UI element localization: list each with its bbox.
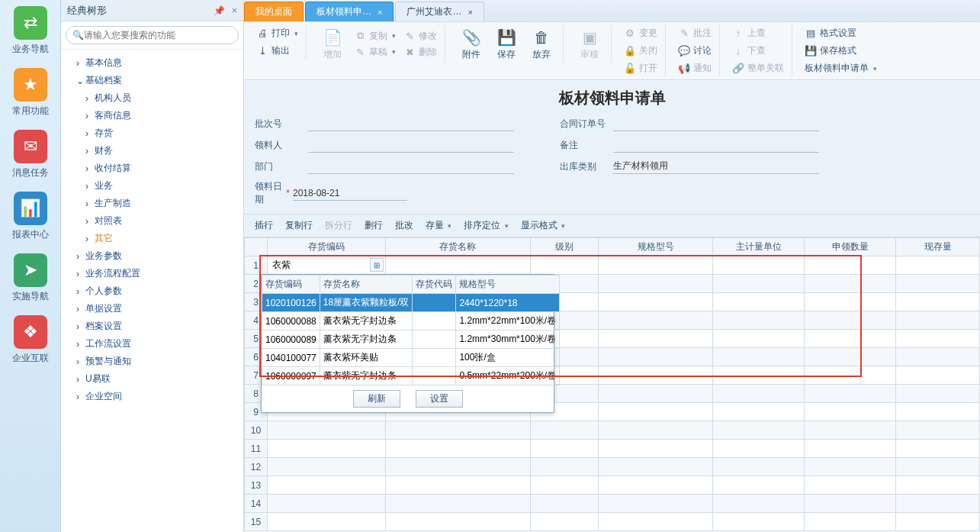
tree-node[interactable]: ›生产制造 xyxy=(85,195,240,212)
table-row[interactable]: 11 xyxy=(245,440,980,458)
input-contract[interactable] xyxy=(613,116,819,131)
up-button[interactable]: ↑上查 xyxy=(729,25,787,41)
grid-cell[interactable] xyxy=(599,440,713,458)
grid-cell[interactable] xyxy=(805,275,896,293)
grid-cell[interactable] xyxy=(713,513,805,531)
tree-search-input[interactable] xyxy=(84,30,232,40)
grid-cell[interactable] xyxy=(530,495,599,513)
split-row-button[interactable]: 拆分行 xyxy=(325,219,352,232)
display-button[interactable]: 显示格式 ▾ xyxy=(521,219,565,232)
grid-cell[interactable] xyxy=(896,403,980,421)
tree-node[interactable]: ›U易联 xyxy=(76,370,240,388)
inventory-code-input[interactable] xyxy=(271,258,382,273)
close-icon[interactable]: × xyxy=(232,5,237,16)
tree-node[interactable]: ›企业空间 xyxy=(76,388,240,405)
grid-cell[interactable] xyxy=(805,256,896,275)
tab[interactable]: 板材领料申…× xyxy=(305,2,394,21)
grid-cell[interactable] xyxy=(599,421,713,440)
attach-button[interactable]: 📎附件 xyxy=(455,25,488,63)
grid-cell[interactable] xyxy=(805,348,896,366)
grid-cell[interactable] xyxy=(267,421,385,440)
tree-node[interactable]: ›对照表 xyxy=(85,212,240,230)
grid-cell[interactable] xyxy=(267,513,385,531)
grid-cell[interactable] xyxy=(713,495,805,513)
grid-cell[interactable] xyxy=(896,476,980,495)
grid-cell[interactable] xyxy=(896,440,980,458)
grid-cell[interactable] xyxy=(267,476,385,495)
grid-cell[interactable] xyxy=(599,366,713,385)
batch-button[interactable]: 批改 xyxy=(395,219,413,232)
refresh-button[interactable]: 刷新 xyxy=(353,390,400,408)
grid-cell[interactable] xyxy=(805,440,896,458)
grid-cell[interactable] xyxy=(385,476,530,495)
grid-cell[interactable] xyxy=(713,366,805,385)
lookup-row[interactable]: 1060000088薰衣紫无字封边条1.2mm*22mm*100米/卷 xyxy=(262,312,560,330)
save-format-button[interactable]: 💾保存格式 xyxy=(802,43,880,59)
close-icon[interactable]: × xyxy=(468,8,472,17)
discard-button[interactable]: 🗑放弃 xyxy=(525,25,558,63)
grid-cell[interactable] xyxy=(896,385,980,403)
grid-cell[interactable] xyxy=(599,311,713,330)
grid-cell[interactable] xyxy=(385,256,530,275)
lookup-table[interactable]: 存货编码存货名称存货代码规格型号 102010012618厘薰衣紫颗粒板/双24… xyxy=(262,275,560,385)
grid-cell[interactable]: ⊞ xyxy=(267,256,385,275)
grid-header[interactable]: 存货编码 xyxy=(267,238,385,256)
grid-cell[interactable] xyxy=(805,311,896,330)
table-row[interactable]: 15 xyxy=(245,513,980,531)
output-button[interactable]: ⤓输出 xyxy=(253,43,301,59)
lookup-row[interactable]: 1040100077薰衣紫环美贴100张/盒 xyxy=(262,349,560,367)
input-outtype[interactable] xyxy=(613,159,819,174)
settings-button[interactable]: 设置 xyxy=(416,390,463,408)
delete-button[interactable]: ✖删除 xyxy=(400,44,440,60)
grid-header[interactable]: 规格型号 xyxy=(599,238,713,256)
close-button[interactable]: 🔒关闭 xyxy=(621,43,660,59)
tree-node[interactable]: ›工作流设置 xyxy=(76,335,240,353)
grid-cell[interactable] xyxy=(599,403,713,421)
grid-cell[interactable] xyxy=(805,293,896,311)
grid-cell[interactable] xyxy=(530,513,599,531)
grid-cell[interactable] xyxy=(599,495,713,513)
tree-node[interactable]: ⌄基础档案 xyxy=(76,72,240,89)
grid-cell[interactable] xyxy=(805,421,896,440)
pin-icon[interactable]: 📌 xyxy=(214,5,225,16)
lookup-row[interactable]: 1060000097薰衣紫无字封边条0.5mm*22mm*200米/卷 xyxy=(262,367,560,385)
open-button[interactable]: 🔓打开 xyxy=(621,60,660,76)
popup-header[interactable]: 存货代码 xyxy=(413,276,456,294)
sort-button[interactable]: 排序定位 ▾ xyxy=(464,219,508,232)
grid-cell[interactable] xyxy=(530,421,599,440)
input-dept[interactable] xyxy=(308,159,514,174)
print-button[interactable]: 🖨打印▾ xyxy=(253,25,301,41)
tab[interactable]: 我的桌面 xyxy=(244,2,304,21)
grid-cell[interactable] xyxy=(385,495,530,513)
grid-cell[interactable] xyxy=(896,293,980,311)
delete-row-button[interactable]: 删行 xyxy=(365,219,383,232)
modify-button[interactable]: ✎修改 xyxy=(400,28,440,44)
grid-cell[interactable] xyxy=(530,440,599,458)
grid-cell[interactable] xyxy=(599,513,713,531)
leftnav-item[interactable]: ➤实施导航 xyxy=(6,253,55,303)
grid-cell[interactable] xyxy=(267,440,385,458)
grid-cell[interactable] xyxy=(385,513,530,531)
grid-cell[interactable] xyxy=(599,256,713,275)
grid-cell[interactable] xyxy=(530,476,599,495)
grid-cell[interactable] xyxy=(713,275,805,293)
discuss-button[interactable]: 💬讨论 xyxy=(675,43,715,59)
leftnav-item[interactable]: ★常用功能 xyxy=(6,68,55,118)
grid-cell[interactable] xyxy=(385,421,530,440)
tree-node[interactable]: ›客商信息 xyxy=(85,107,240,124)
audit-button[interactable]: ▣审核 xyxy=(573,25,606,63)
grid-cell[interactable] xyxy=(713,421,805,440)
add-button[interactable]: 📄增加 xyxy=(316,25,349,63)
grid-cell[interactable] xyxy=(599,275,713,293)
tree-node[interactable]: ›业务参数 xyxy=(76,247,240,265)
table-row[interactable]: 13 xyxy=(245,476,980,495)
input-remark[interactable] xyxy=(613,137,819,153)
grid-cell[interactable] xyxy=(530,256,599,275)
input-batch[interactable] xyxy=(308,116,514,131)
grid-cell[interactable] xyxy=(713,348,805,366)
grid-cell[interactable] xyxy=(896,366,980,385)
grid-cell[interactable] xyxy=(896,348,980,366)
grid-cell[interactable] xyxy=(896,495,980,513)
tree-node[interactable]: ›收付结算 xyxy=(85,160,240,177)
grid-cell[interactable] xyxy=(599,293,713,311)
